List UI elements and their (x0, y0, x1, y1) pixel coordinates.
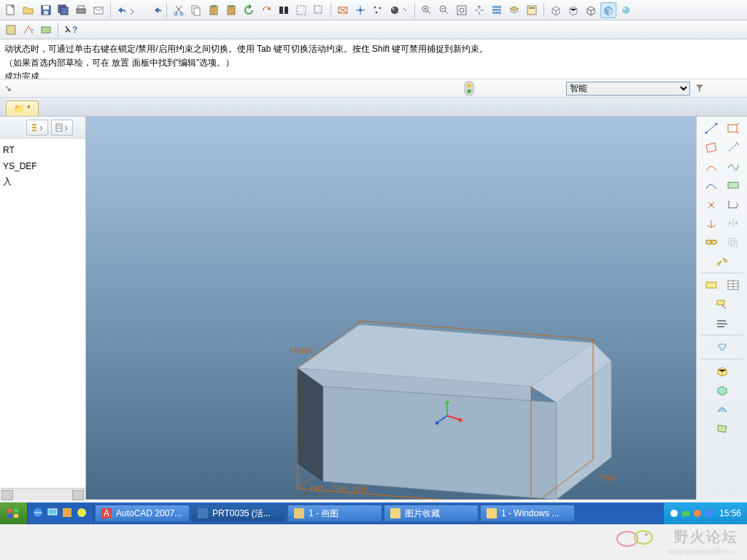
sweep-icon[interactable] (712, 400, 732, 418)
svg-rect-2 (43, 6, 49, 9)
taskbar-app-explorer[interactable]: 1 - Windows ... (480, 505, 575, 522)
tool-b-icon[interactable] (20, 22, 36, 38)
revolve-icon[interactable] (712, 381, 732, 399)
plane-icon[interactable] (701, 139, 721, 156)
update-icon[interactable] (241, 2, 257, 18)
tool-a-icon[interactable] (3, 22, 19, 38)
view-mgr-icon[interactable] (524, 2, 540, 18)
app2-icon[interactable] (76, 507, 89, 520)
annot-icon[interactable] (701, 276, 721, 294)
zoom-in-icon[interactable] (419, 2, 435, 18)
csys-disp-icon[interactable] (387, 2, 411, 18)
tab-active[interactable]: 📁 * (6, 101, 39, 116)
model-box: FRONT TOP PRT_CSYS_DEF (287, 230, 637, 499)
cut-icon[interactable] (171, 2, 187, 18)
copy-icon[interactable] (188, 2, 204, 18)
arc-icon[interactable] (701, 158, 721, 175)
taskbar-app-proe[interactable]: PRT0035 (活... (191, 505, 286, 522)
tray-icon[interactable] (681, 509, 690, 518)
new-icon[interactable] (3, 2, 19, 18)
zoom-fit-icon[interactable] (454, 2, 470, 18)
tree-item[interactable]: 入 (3, 174, 82, 190)
style-icon[interactable] (723, 176, 743, 194)
tray-icon[interactable] (670, 509, 678, 518)
email-icon[interactable] (90, 2, 107, 18)
hidden-icon[interactable] (565, 2, 581, 18)
note-icon[interactable] (712, 314, 732, 332)
plane-disp-icon[interactable] (335, 2, 351, 18)
table-icon[interactable] (723, 276, 743, 294)
3d-viewport[interactable]: FRONT TOP PRT_CSYS_DEF (86, 117, 696, 499)
taskbar-app-paint[interactable]: 1 - 画图 (287, 505, 382, 522)
paste-special-icon[interactable] (223, 2, 239, 18)
link-icon[interactable] (712, 252, 732, 270)
svg-point-38 (622, 7, 630, 14)
save-copy-icon[interactable] (55, 2, 71, 18)
help-icon[interactable]: ? (62, 22, 81, 38)
filter-select[interactable]: 智能 (566, 82, 690, 96)
redo-icon[interactable] (139, 2, 163, 18)
chain-icon[interactable] (701, 233, 721, 251)
svg-point-59 (710, 204, 712, 206)
select-icon[interactable] (311, 2, 327, 18)
desktop-icon[interactable] (47, 507, 60, 520)
point-icon[interactable] (701, 195, 721, 213)
tree-item[interactable]: RT (3, 143, 82, 159)
taskbar-app-pictures[interactable]: 图片收藏 (384, 505, 479, 522)
blend-icon[interactable] (712, 419, 732, 437)
system-tray[interactable]: 15:56 (664, 502, 747, 524)
offset-icon[interactable] (723, 233, 743, 251)
axis-disp-icon[interactable] (352, 2, 368, 18)
undo-icon[interactable] (115, 2, 138, 18)
svg-rect-18 (285, 7, 288, 14)
tree-scrollbar[interactable] (0, 488, 85, 499)
select-box-icon[interactable] (293, 2, 309, 18)
datum-label-top: TOP (600, 474, 615, 483)
regen-icon[interactable] (258, 2, 274, 18)
curve-icon[interactable] (723, 158, 743, 175)
tree-settings-button[interactable] (26, 120, 48, 136)
hole-icon[interactable] (712, 338, 732, 356)
wireframe-icon[interactable] (548, 2, 564, 18)
mirror-icon[interactable] (723, 214, 743, 232)
leader-icon[interactable] (712, 295, 732, 313)
svg-point-56 (705, 132, 707, 134)
filter-dropdown[interactable]: 智能 (566, 80, 708, 96)
start-button[interactable] (0, 502, 28, 524)
svg-point-22 (359, 9, 362, 12)
extrude-icon[interactable] (712, 362, 732, 380)
svg-rect-62 (729, 238, 735, 244)
sketch-line-icon[interactable] (701, 120, 721, 137)
print-icon[interactable] (73, 2, 89, 18)
datum-plane-icon[interactable] (723, 120, 743, 137)
enhance-icon[interactable] (618, 2, 634, 18)
save-icon[interactable] (38, 2, 54, 18)
tray-icon[interactable] (705, 509, 713, 518)
zoom-out-icon[interactable] (436, 2, 452, 18)
filter-icon[interactable] (692, 80, 708, 96)
find-icon[interactable] (276, 2, 292, 18)
svg-rect-16 (229, 5, 233, 7)
nohidden-icon[interactable] (583, 2, 599, 18)
spline-icon[interactable] (701, 176, 721, 194)
message-line: 成功完成。 (4, 70, 743, 79)
axis-icon[interactable] (723, 139, 743, 156)
tree-item[interactable]: YS_DEF (3, 159, 82, 175)
layers-icon[interactable] (506, 2, 522, 18)
coord-menu-icon[interactable] (723, 195, 743, 213)
tray-icon[interactable] (693, 509, 702, 518)
tree-show-button[interactable] (51, 120, 73, 136)
refit-icon[interactable] (471, 2, 487, 18)
shaded-icon[interactable] (600, 2, 616, 18)
taskbar-app-autocad[interactable]: AAutoCAD 2007... (95, 505, 190, 522)
toolbar-separator (58, 23, 58, 37)
open-icon[interactable] (20, 2, 36, 18)
point-disp-icon[interactable] (370, 2, 386, 18)
paste-icon[interactable] (206, 2, 222, 18)
tool-c-icon[interactable] (38, 22, 54, 38)
model-tree[interactable]: RT YS_DEF 入 (0, 139, 85, 488)
ie-icon[interactable] (32, 507, 45, 520)
csys-icon[interactable] (701, 214, 721, 232)
views-icon[interactable] (489, 2, 505, 18)
app-icon[interactable] (61, 507, 74, 520)
